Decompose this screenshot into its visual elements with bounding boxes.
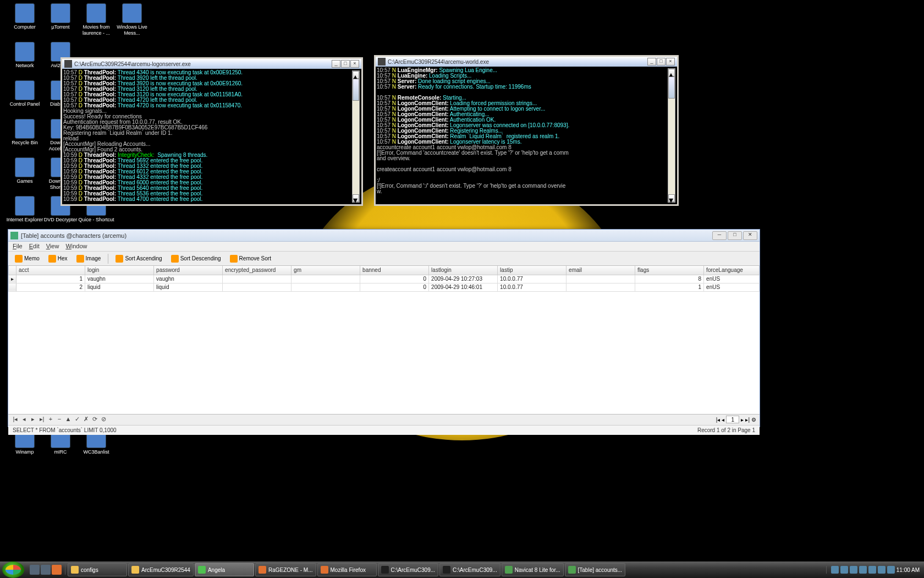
cell-password[interactable]: liquid [154,283,223,291]
toolbar-sort-ascending[interactable]: Sort Ascending [112,253,165,264]
cell-gm[interactable] [292,283,360,291]
menu-file[interactable]: File [13,243,23,250]
tray-volume-icon[interactable] [887,566,895,574]
console-logonserver[interactable]: C:\ArcEmuC309R2544\arcemu-logonserver.ex… [61,57,363,206]
close-button[interactable]: × [350,60,359,68]
column-banned[interactable]: banned [360,266,429,275]
taskbar-item[interactable]: C:\ArcEmuC309... [439,563,501,576]
minimize-button[interactable]: _ [647,58,656,66]
menu-edit[interactable]: Edit [29,243,40,250]
column-encrypted_password[interactable]: encrypted_password [223,266,292,275]
page-next[interactable]: ▸ [741,417,744,423]
cell-login[interactable]: vaughn [85,275,154,283]
cell-lastip[interactable]: 10.0.0.77 [498,283,566,291]
cell-forceLanguage[interactable]: enUS [704,275,760,283]
page-prev[interactable]: ◂ [722,417,724,423]
tray-network-icon[interactable] [878,566,886,574]
desktop-icon[interactable]: Movies from laurence - ... [77,3,116,36]
nav-stop[interactable]: ⊘ [100,416,107,423]
desktop-icon[interactable]: Windows Live Mess... [113,3,151,36]
scroll-down[interactable]: ▾ [353,194,359,202]
close-button[interactable]: × [666,58,675,66]
cell-lastip[interactable]: 10.0.0.77 [498,275,566,283]
cell-acct[interactable]: 2 [16,283,85,291]
cell-password[interactable]: vaughn [154,275,223,283]
menu-window[interactable]: Window [65,243,87,250]
console1-scrollbar[interactable]: ▴ ▾ [352,70,360,203]
ql-firefox[interactable] [52,565,62,575]
minimize-button[interactable]: _ [332,60,340,68]
ql-show-desktop[interactable] [30,565,40,575]
desktop-icon[interactable]: µTorrent [41,3,80,30]
cell-gm[interactable] [292,275,360,283]
console2-titlebar[interactable]: C:\ArcEmuC309R2544\arcemu-world.exe _ □ … [376,57,677,67]
nav-cancel[interactable]: ✗ [82,416,90,423]
maximize-button[interactable]: □ [728,231,742,240]
toolbar-memo[interactable]: Memo [12,253,43,264]
cell-lastlogin[interactable]: 2009-04-29 10:27:03 [429,275,498,283]
scroll-down[interactable]: ▾ [668,194,675,202]
cell-encrypted_password[interactable] [223,283,292,291]
taskbar-item[interactable]: configs [68,563,127,576]
page-settings[interactable]: ⚙ [751,417,756,423]
nav-add[interactable]: + [47,416,54,423]
cell-flags[interactable]: 1 [635,283,704,291]
page-first[interactable]: |◂ [716,417,721,423]
desktop-icon[interactable]: Computer [6,3,44,30]
ql-switch-windows[interactable] [41,565,51,575]
desktop-icon[interactable]: Control Panel [6,80,44,107]
navicat-titlebar[interactable]: [Table] accounts @characters (arcemu) ─ … [8,230,760,242]
desktop-icon[interactable]: Recycle Bin [6,119,44,146]
page-input[interactable] [726,416,739,423]
cell-acct[interactable]: 1 [16,275,85,283]
tray-icon[interactable] [868,566,876,574]
scroll-up[interactable]: ▴ [353,71,359,79]
tray-clock[interactable]: 11:00 AM [897,567,920,573]
cell-forceLanguage[interactable]: enUS [704,283,760,291]
table-row[interactable]: 2liquidliquid02009-04-29 10:46:0110.0.0.… [9,283,760,291]
nav-prev[interactable]: ◂ [20,416,28,423]
nav-remove[interactable]: − [56,416,63,423]
nav-last[interactable]: ▸| [38,416,46,423]
toolbar-sort-descending[interactable]: Sort Descending [168,253,224,264]
tray-icon[interactable] [859,566,867,574]
desktop-icon[interactable]: Internet Explorer [6,196,44,223]
toolbar-remove-sort[interactable]: Remove Sort [227,253,274,264]
nav-refresh[interactable]: ⟳ [91,416,98,423]
nav-edit[interactable]: ▲ [64,416,72,423]
column-lastip[interactable]: lastip [498,266,566,275]
menu-view[interactable]: View [46,243,59,250]
accounts-table[interactable]: acctloginpasswordencrypted_passwordgmban… [8,266,760,292]
cell-login[interactable]: liquid [85,283,154,291]
maximize-button[interactable]: □ [341,60,350,68]
taskbar-item[interactable]: RaGEZONE - M... [255,563,316,576]
toolbar-hex[interactable]: Hex [45,253,71,264]
page-last[interactable]: ▸| [745,417,750,423]
column-email[interactable]: email [566,266,635,275]
scroll-thumb[interactable] [353,79,359,101]
taskbar-item[interactable]: Mozilla Firefox [317,563,377,576]
close-button[interactable]: ✕ [743,231,757,240]
column-forceLanguage[interactable]: forceLanguage [704,266,760,275]
column-acct[interactable]: acct [16,266,85,275]
console2-scrollbar[interactable]: ▴ ▾ [668,68,675,203]
cell-email[interactable] [566,283,635,291]
desktop-icon[interactable]: Games [6,157,44,184]
cell-lastlogin[interactable]: 2009-04-29 10:46:01 [429,283,498,291]
toolbar-image[interactable]: Image [73,253,105,264]
cell-banned[interactable]: 0 [360,275,429,283]
cell-banned[interactable]: 0 [360,283,429,291]
column-login[interactable]: login [85,266,154,275]
nav-next[interactable]: ▸ [29,416,37,423]
cell-email[interactable] [566,275,635,283]
scroll-up[interactable]: ▴ [668,69,675,77]
cell-flags[interactable]: 8 [635,275,704,283]
nav-first[interactable]: |◂ [12,416,19,423]
navicat-window[interactable]: [Table] accounts @characters (arcemu) ─ … [8,229,760,427]
column-gm[interactable]: gm [292,266,360,275]
taskbar-item[interactable]: Navicat 8 Lite for... [502,563,564,576]
column-flags[interactable]: flags [635,266,704,275]
column-lastlogin[interactable]: lastlogin [429,266,498,275]
nav-post[interactable]: ✓ [73,416,81,423]
scroll-thumb[interactable] [668,77,675,99]
